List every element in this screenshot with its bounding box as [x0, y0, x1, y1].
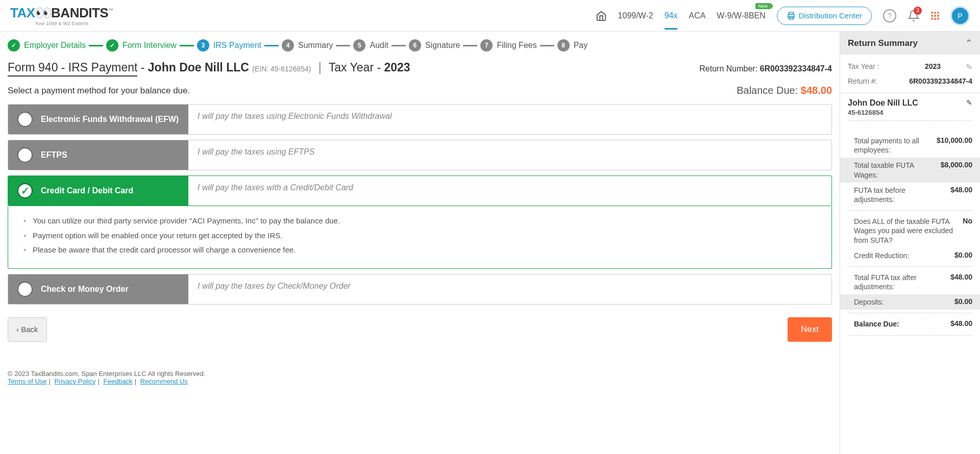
company-ein: (EIN: 45-6126854) — [252, 65, 311, 73]
nav-1099-w2[interactable]: 1099/W-2 — [618, 2, 653, 30]
chevron-left-icon: ‹ — [16, 325, 21, 334]
notifications-icon[interactable]: 3 — [908, 10, 920, 22]
detail-item: You can utilize our third party service … — [23, 215, 816, 227]
balance-due: Balance Due: $48.00 — [737, 85, 832, 96]
link-feedback[interactable]: Feedback — [104, 377, 133, 385]
radio-icon[interactable] — [17, 112, 33, 127]
avatar[interactable]: P — [950, 6, 970, 26]
step-employer-details[interactable]: ✓Employer Details — [8, 39, 86, 52]
step-summary[interactable]: 4Summary — [282, 39, 333, 52]
nav-aca[interactable]: ACA — [689, 2, 705, 30]
next-button[interactable]: Next — [788, 317, 832, 342]
collapse-icon[interactable]: ⌃ — [965, 38, 972, 48]
logo[interactable]: TAX👀BANDITS™ Your 1099 & W2 Experts — [10, 5, 113, 26]
copyright: © 2023 TaxBandits.com, Span Enterprises … — [8, 370, 832, 377]
main-content: ✓Employer Details ✓Form Interview 3IRS P… — [0, 32, 840, 454]
payment-option-eftps[interactable]: EFTPS I will pay the taxes using EFTPS — [8, 140, 832, 170]
edit-icon[interactable]: ✎ — [966, 62, 972, 72]
notification-count: 3 — [914, 7, 922, 15]
distribution-center-button[interactable]: Distribution Center — [777, 7, 872, 25]
edit-icon[interactable]: ✎ — [966, 98, 972, 107]
nav-94x[interactable]: 94x — [665, 2, 678, 30]
back-button[interactable]: ‹ Back — [8, 317, 47, 342]
instruction-text: Select a payment method for your balance… — [8, 86, 190, 96]
summary-ein: 45-6126854 — [848, 109, 918, 116]
progress-steps: ✓Employer Details ✓Form Interview 3IRS P… — [8, 39, 832, 52]
radio-checked-icon[interactable] — [17, 183, 33, 198]
dist-center-label: Distribution Center — [799, 11, 862, 20]
nav-w9-w8ben[interactable]: W-9/W-8BEN New — [717, 2, 765, 30]
summary-header: Return Summary ⌃ — [840, 32, 980, 55]
logo-subtitle: Your 1099 & W2 Experts — [10, 21, 113, 26]
home-icon[interactable] — [596, 10, 607, 21]
top-header: TAX👀BANDITS™ Your 1099 & W2 Experts 1099… — [0, 0, 980, 32]
printer-icon — [787, 11, 796, 20]
page-title: Form 940 - IRS Payment - John Doe Nill L… — [8, 61, 410, 74]
detail-item: Please be aware that the credit card pro… — [23, 244, 816, 256]
form-nav-buttons: ‹ Back Next — [8, 317, 832, 342]
return-summary-panel: Return Summary ⌃ Tax Year : 2023✎ Return… — [840, 32, 980, 454]
step-signature[interactable]: 6Signature — [409, 39, 460, 52]
new-badge: New — [755, 3, 771, 9]
instruction-row: Select a payment method for your balance… — [8, 85, 832, 96]
payment-option-card[interactable]: Credit Card / Debit Card I will pay the … — [8, 175, 832, 206]
detail-item: Payment option will be enabled once your… — [23, 230, 816, 242]
company-name: John Doe Nill LLC — [148, 61, 249, 74]
page-title-row: Form 940 - IRS Payment - John Doe Nill L… — [8, 61, 832, 74]
step-form-interview[interactable]: ✓Form Interview — [106, 39, 177, 52]
summary-items: Total payments to all employees:$10,000.… — [840, 130, 980, 342]
link-privacy[interactable]: Privacy Policy — [55, 377, 96, 385]
step-pay[interactable]: 8Pay — [557, 39, 588, 52]
summary-company: John Doe Nill LLC — [848, 98, 918, 108]
radio-icon[interactable] — [17, 147, 33, 163]
link-recommend[interactable]: Recommend Us — [140, 377, 188, 385]
card-details-panel: You can utilize our third party service … — [8, 206, 832, 269]
payment-option-check[interactable]: Check or Money Order I will pay the taxe… — [8, 274, 832, 305]
return-number: Return Number: 6R003392334847-4 — [699, 64, 832, 73]
nav-w9-label: W-9/W-8BEN — [717, 11, 765, 20]
step-filing-fees[interactable]: 7Filing Fees — [480, 39, 536, 52]
apps-icon[interactable] — [931, 12, 939, 20]
step-audit[interactable]: 5Audit — [353, 39, 388, 52]
step-irs-payment[interactable]: 3IRS Payment — [197, 39, 261, 52]
help-icon[interactable]: ? — [883, 9, 896, 22]
link-terms[interactable]: Terms of Use — [8, 377, 47, 385]
footer: © 2023 TaxBandits.com, Span Enterprises … — [8, 370, 832, 385]
radio-icon[interactable] — [17, 282, 33, 297]
tax-year: 2023 — [384, 61, 410, 74]
header-nav: 1099/W-2 94x ACA W-9/W-8BEN New Distribu… — [596, 2, 970, 30]
payment-option-efw[interactable]: Electronic Funds Withdrawal (EFW) I will… — [8, 104, 832, 135]
